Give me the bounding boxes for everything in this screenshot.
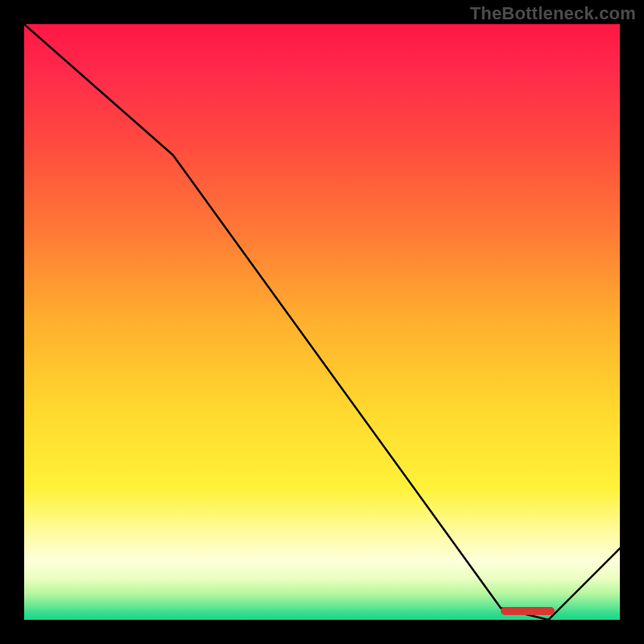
bottleneck-curve [24,24,620,620]
plot-area [24,24,620,620]
watermark-label: TheBottleneck.com [470,3,636,24]
optimal-range-marker [501,607,555,615]
chart-frame: TheBottleneck.com [0,0,644,644]
